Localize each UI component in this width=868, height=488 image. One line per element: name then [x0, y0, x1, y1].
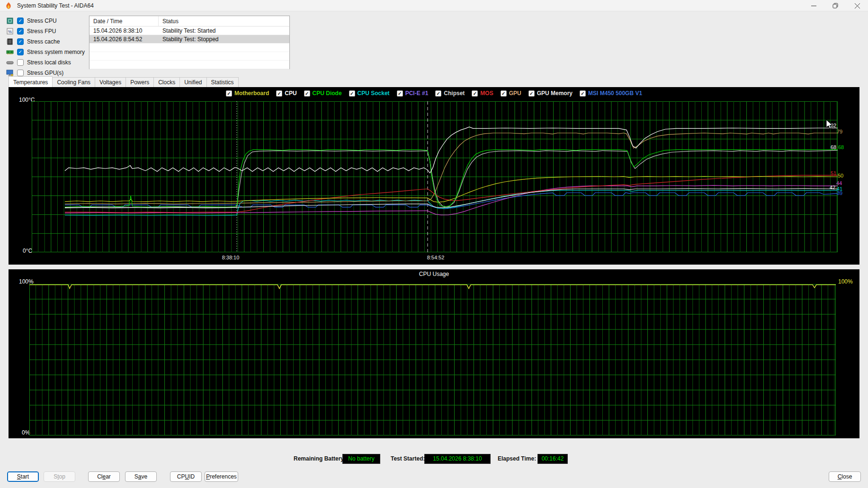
log-row[interactable] — [89, 44, 289, 52]
tab-statistics[interactable]: Statistics — [206, 77, 239, 87]
preferences-button[interactable]: Preferences — [205, 471, 238, 482]
series-cpu-socket — [65, 190, 838, 215]
clear-button[interactable]: Clear — [88, 471, 120, 482]
legend-label: MOS — [480, 90, 493, 97]
log-row[interactable]: 15.04.2026 8:54:52Stability Test: Stoppe… — [89, 35, 289, 44]
legend-item-gpu-memory[interactable]: ✓GPU Memory — [528, 90, 573, 97]
stress-option-label: Stress local disks — [27, 59, 71, 66]
stress-checkbox[interactable]: ✓ — [17, 18, 24, 24]
tab-voltages[interactable]: Voltages — [95, 77, 126, 87]
svg-text:%: % — [8, 29, 12, 34]
legend-checkbox[interactable]: ✓ — [472, 90, 478, 97]
legend-label: PCI-E #1 — [405, 90, 429, 97]
legend-checkbox[interactable]: ✓ — [435, 90, 441, 97]
legend-item-cpu-socket[interactable]: ✓CPU Socket — [349, 90, 390, 97]
legend-item-cpu[interactable]: ✓CPU — [276, 90, 296, 97]
current-temp-value: 42 — [830, 185, 835, 190]
legend-checkbox[interactable]: ✓ — [304, 90, 310, 97]
status-bar: Remaining Battery:No batteryTest Started… — [0, 453, 868, 464]
legend-item-chipset[interactable]: ✓Chipset — [435, 90, 465, 97]
usage-right-max-label: 100% — [838, 278, 853, 285]
legend-label: Motherboard — [234, 90, 269, 97]
status-value-elapsed-time: 00:16:42 — [537, 454, 568, 464]
log-row[interactable]: 15.04.2026 8:38:10Stability Test: Starte… — [89, 27, 289, 35]
start-button[interactable]: Start — [7, 471, 39, 482]
cpu-icon — [6, 18, 14, 25]
legend-checkbox[interactable]: ✓ — [580, 90, 586, 97]
legend-label: CPU Socket — [358, 90, 390, 97]
minimize-button[interactable] — [803, 0, 824, 11]
chart-tabs: TemperaturesCooling FansVoltagesPowersCl… — [9, 76, 238, 87]
current-temp-value: 44 — [836, 180, 842, 186]
temperature-plot — [32, 101, 838, 252]
tab-unified[interactable]: Unified — [179, 77, 206, 87]
tab-clocks[interactable]: Clocks — [153, 77, 180, 87]
current-temp-value: 68 — [838, 144, 844, 150]
system-stability-test-window: { "window": { "title": "System Stability… — [0, 0, 868, 488]
event-log-table[interactable]: Date / Time Status 15.04.2026 8:38:10Sta… — [89, 16, 290, 69]
legend-item-motherboard[interactable]: ✓Motherboard — [226, 90, 269, 97]
legend-item-cpu-diode[interactable]: ✓CPU Diode — [304, 90, 342, 97]
legend-item-pci-e-1[interactable]: ✓PCI-E #1 — [397, 90, 429, 97]
stress-option-stress-system-memory: ✓Stress system memory — [6, 47, 86, 57]
app-flame-icon — [5, 2, 12, 9]
stress-option-label: Stress GPU(s) — [27, 70, 63, 76]
cpuid-button[interactable]: CPUID — [170, 471, 202, 482]
stress-option-label: Stress system memory — [27, 49, 85, 55]
stress-checkbox[interactable]: ✓ — [17, 28, 24, 35]
close-button[interactable]: Close — [829, 471, 861, 482]
stress-checkbox[interactable] — [17, 70, 24, 76]
status-label: Remaining Battery: — [294, 455, 346, 462]
stress-checkbox[interactable]: ✓ — [17, 49, 24, 55]
save-button[interactable]: Save — [125, 471, 157, 482]
status-label: Elapsed Time: — [498, 455, 536, 462]
legend-item-gpu[interactable]: ✓GPU — [501, 90, 521, 97]
usage-min-label: 0% — [22, 429, 30, 436]
stress-option-stress-cache: ✓Stress cache — [6, 36, 86, 47]
log-column-status[interactable]: Status — [159, 18, 179, 25]
stop-button: Stop — [44, 471, 75, 482]
legend-checkbox[interactable]: ✓ — [501, 90, 507, 97]
temperature-legend: ✓Motherboard✓CPU✓CPU Diode✓CPU Socket✓PC… — [9, 90, 859, 97]
gpu-icon — [6, 70, 14, 77]
cpu-usage-title: CPU Usage — [9, 271, 859, 277]
legend-checkbox[interactable]: ✓ — [226, 90, 232, 97]
legend-item-msi-m450-500gb-v1[interactable]: ✓MSI M450 500GB V1 — [580, 90, 642, 97]
stress-option-label: Stress FPU — [27, 28, 56, 35]
action-button-row: StartStopClearSaveCPUIDPreferencesClose — [0, 471, 868, 483]
log-column-datetime[interactable]: Date / Time — [89, 16, 159, 26]
series-motherboard — [65, 177, 838, 203]
legend-checkbox[interactable]: ✓ — [349, 90, 355, 97]
log-cell-datetime: 15.04.2026 8:54:52 — [89, 36, 159, 43]
log-cell-status: Stability Test: Started — [159, 27, 216, 34]
tab-cooling-fans[interactable]: Cooling Fans — [52, 77, 95, 87]
current-temp-value: 50 — [838, 173, 843, 178]
log-row[interactable] — [89, 52, 289, 61]
time-axis-label: 8:54:52 — [421, 255, 450, 260]
legend-checkbox[interactable]: ✓ — [397, 90, 403, 97]
status-value-test-started: 15.04.2026 8:38:10 — [424, 454, 491, 464]
mouse-cursor — [826, 119, 833, 130]
series-pci-e-1 — [65, 186, 838, 215]
tab-temperatures[interactable]: Temperatures — [9, 76, 53, 87]
fpu-icon: % — [6, 28, 14, 35]
close-window-button[interactable] — [846, 0, 868, 11]
legend-item-mos[interactable]: ✓MOS — [472, 90, 493, 97]
stress-option-label: Stress CPU — [27, 18, 57, 24]
legend-checkbox[interactable]: ✓ — [528, 90, 535, 97]
stress-checkbox[interactable] — [17, 59, 24, 66]
stress-option-stress-cpu: ✓Stress CPU — [6, 16, 86, 26]
stress-option-stress-fpu: %✓Stress FPU — [6, 26, 86, 36]
log-cell-datetime: 15.04.2026 8:38:10 — [89, 27, 159, 34]
legend-label: CPU — [285, 90, 296, 97]
stress-options-list: ✓Stress CPU%✓Stress FPU✓Stress cache✓Str… — [6, 16, 86, 78]
log-row[interactable] — [89, 61, 289, 69]
temp-axis-min-label: 0°C — [23, 248, 32, 254]
legend-checkbox[interactable]: ✓ — [276, 90, 282, 97]
restore-button[interactable] — [824, 0, 846, 11]
time-axis-label: 8:38:10 — [216, 255, 245, 260]
stress-checkbox[interactable]: ✓ — [17, 38, 24, 45]
log-cell-status: Stability Test: Stopped — [159, 36, 219, 43]
stress-option-stress-local-disks: Stress local disks — [6, 57, 86, 68]
tab-powers[interactable]: Powers — [125, 77, 154, 87]
